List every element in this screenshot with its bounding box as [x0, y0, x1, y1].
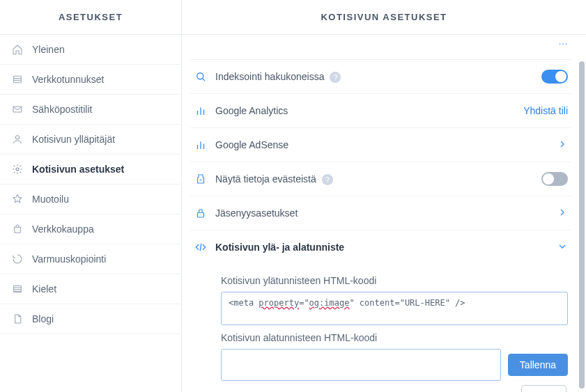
svg-rect-3	[13, 107, 22, 112]
scrollbar-thumb[interactable]	[579, 61, 585, 389]
sidebar-item-design[interactable]: Muotoilu	[0, 185, 181, 214]
home-icon	[11, 43, 24, 56]
chevron-down-icon	[557, 241, 568, 254]
main-title: KOTISIVUN ASETUKSET	[182, 0, 586, 35]
sidebar-item-backup[interactable]: Varmuuskopiointi	[0, 244, 181, 274]
gear-icon	[11, 163, 24, 175]
sidebar-item-label: Muotoilu	[32, 194, 69, 205]
header-code-label: Kotisivun ylätunnisteen HTML-koodi	[221, 275, 568, 286]
search-icon	[193, 69, 208, 84]
sidebar-item-domains[interactable]: Verkkotunnukset	[0, 65, 181, 95]
svg-line-20	[200, 244, 201, 251]
svg-rect-19	[198, 212, 204, 217]
svg-point-10	[197, 73, 203, 79]
sidebar-item-general[interactable]: Yleinen	[0, 35, 181, 65]
footer-code-input[interactable]	[221, 349, 501, 381]
sidebar-item-label: Blogi	[32, 313, 54, 324]
sidebar-item-label: Verkkotunnukset	[32, 74, 105, 85]
shop-icon	[11, 223, 24, 235]
sidebar-item-label: Kielet	[32, 283, 56, 295]
sidebar-item-label: Kotisivun ylläpitäjät	[32, 134, 115, 145]
close-button[interactable]: Sulje	[521, 385, 566, 392]
main-panel: KOTISIVUN ASETUKSET … Indeksointi hakuko…	[182, 0, 586, 392]
sidebar-title: ASETUKSET	[0, 0, 181, 35]
row-label: Indeksointi hakukoneissa?	[215, 71, 541, 83]
row-label: Kotisivun ylä- ja alatunniste	[215, 242, 557, 253]
help-icon[interactable]: ?	[330, 72, 341, 83]
svg-point-5	[16, 168, 19, 171]
chevron-right-icon	[557, 139, 568, 152]
svg-line-11	[203, 79, 205, 81]
sidebar-item-store[interactable]: Verkkokauppa	[0, 214, 181, 244]
indexing-toggle[interactable]	[541, 70, 568, 84]
cookies-toggle[interactable]	[541, 172, 568, 186]
row-label: Google AdSense	[215, 139, 557, 150]
domain-icon	[11, 73, 24, 86]
row-google-adsense[interactable]: Google AdSense	[190, 128, 571, 162]
sidebar-item-label: Yleinen	[32, 44, 65, 55]
row-label: Näytä tietoja evästeistä?	[215, 173, 541, 185]
lang-icon	[11, 283, 24, 295]
help-icon[interactable]: ?	[322, 174, 333, 185]
backup-icon	[11, 253, 24, 265]
connect-account-link[interactable]: Yhdistä tili	[523, 105, 568, 116]
sidebar-items: Yleinen Verkkotunnukset Sähköpostitilit …	[0, 35, 181, 392]
sidebar-item-admins[interactable]: Kotisivun ylläpitäjät	[0, 125, 181, 155]
header-code-input[interactable]: <meta property="og:image" content="URL-H…	[221, 292, 568, 325]
sidebar: ASETUKSET Yleinen Verkkotunnukset Sähköp…	[0, 0, 182, 392]
sidebar-item-label: Verkkokauppa	[32, 224, 94, 235]
mail-icon	[11, 103, 24, 116]
sidebar-item-site-settings[interactable]: Kotisivun asetukset	[0, 155, 181, 185]
row-membership[interactable]: Jäsenyysasetukset	[190, 196, 571, 230]
row-cookies: Näytä tietoja evästeistä?	[190, 162, 571, 196]
footer-code-label: Kotisivun alatunnisteen HTML-koodi	[221, 332, 568, 343]
doc-icon	[11, 313, 24, 325]
lock-icon	[193, 205, 208, 221]
main-body: … Indeksointi hakukoneissa? Google Analy…	[182, 35, 586, 392]
header-footer-panel: Kotisivun ylätunnisteen HTML-koodi <meta…	[190, 264, 571, 392]
bar-chart-icon	[193, 103, 208, 118]
row-label: Google Analytics	[215, 105, 523, 116]
row-header-footer[interactable]: Kotisivun ylä- ja alatunniste	[190, 230, 571, 264]
chevron-right-icon	[557, 207, 568, 220]
sidebar-item-label: Kotisivun asetukset	[32, 164, 124, 175]
users-icon	[11, 133, 24, 146]
save-button[interactable]: Tallenna	[508, 354, 568, 376]
bar-chart-icon	[193, 137, 208, 152]
svg-point-4	[15, 136, 19, 139]
sidebar-item-languages[interactable]: Kielet	[0, 274, 181, 304]
code-icon	[193, 240, 208, 255]
svg-rect-0	[14, 76, 22, 82]
row-google-analytics[interactable]: Google Analytics Yhdistä tili	[190, 94, 571, 128]
row-partial-top: …	[190, 35, 571, 60]
sidebar-item-label: Varmuuskopiointi	[32, 253, 106, 265]
cookie-icon	[193, 171, 208, 187]
sidebar-item-email[interactable]: Sähköpostitilit	[0, 95, 181, 125]
sidebar-item-blog[interactable]: Blogi	[0, 304, 181, 334]
row-indexing: Indeksointi hakukoneissa?	[190, 60, 571, 94]
scrollbar[interactable]	[579, 36, 585, 388]
sidebar-item-label: Sähköpostitilit	[32, 104, 92, 115]
row-label: Jäsenyysasetukset	[215, 207, 557, 219]
partial-action[interactable]: …	[558, 38, 568, 47]
brush-icon	[11, 193, 24, 205]
